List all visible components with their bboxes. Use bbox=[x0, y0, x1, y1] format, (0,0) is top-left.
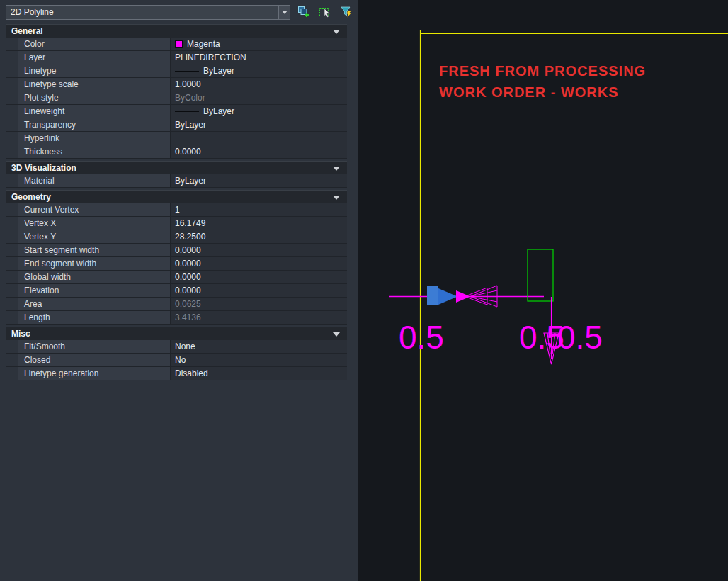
prop-row-layer: Layer PLINEDIRECTION bbox=[6, 51, 347, 64]
prop-value-text: Magenta bbox=[187, 39, 220, 49]
object-type-value: 2D Polyline bbox=[6, 7, 278, 17]
quick-select-icon bbox=[340, 6, 353, 18]
prop-label: Hyperlink bbox=[18, 132, 170, 145]
vertex-grip[interactable] bbox=[427, 286, 438, 305]
dim-text-0[interactable]: 0.5 bbox=[399, 319, 444, 356]
prop-label: Fit/Smooth bbox=[18, 340, 170, 353]
collapse-chevron-icon[interactable] bbox=[333, 167, 340, 171]
select-objects-button[interactable] bbox=[317, 5, 333, 19]
prop-value-transparency[interactable]: ByLayer bbox=[170, 118, 347, 131]
prop-row-area: Area 0.0625 bbox=[6, 298, 347, 311]
prop-row-elevation: Elevation 0.0000 bbox=[6, 284, 347, 298]
prop-value-lineweight[interactable]: ByLayer bbox=[170, 105, 347, 118]
row-gutter bbox=[6, 284, 18, 297]
section-title: General bbox=[11, 26, 43, 36]
toggle-pickadd-icon bbox=[297, 6, 310, 18]
prop-label: Start segment width bbox=[18, 244, 170, 256]
prop-value-color[interactable]: Magenta bbox=[170, 38, 347, 50]
row-gutter bbox=[6, 91, 18, 104]
prop-row-linetype-generation: Linetype generation Disabled bbox=[6, 367, 347, 380]
prop-label: Material bbox=[18, 174, 170, 187]
row-gutter bbox=[6, 145, 18, 158]
prop-value-area: 0.0625 bbox=[170, 298, 347, 310]
prop-value-vertex-x[interactable]: 16.1749 bbox=[170, 217, 347, 230]
prop-value-end-segment-width[interactable]: 0.0000 bbox=[170, 257, 347, 270]
annotation-text-line1[interactable]: FRESH FROM PROCESSING bbox=[439, 63, 646, 79]
prop-value-linetype-generation[interactable]: Disabled bbox=[170, 367, 347, 380]
prop-value-fit-smooth[interactable]: None bbox=[170, 340, 347, 353]
prop-row-fit-smooth: Fit/Smooth None bbox=[6, 340, 347, 354]
prop-value-plot-style: ByColor bbox=[170, 91, 347, 104]
quick-select-button[interactable] bbox=[339, 5, 354, 19]
prop-row-current-vertex: Current Vertex 1 bbox=[6, 203, 347, 217]
section-header-general[interactable]: General bbox=[6, 24, 347, 38]
prop-label: End segment width bbox=[18, 257, 170, 270]
row-gutter bbox=[6, 311, 18, 324]
prop-value-length: 3.4136 bbox=[170, 311, 347, 324]
section-header-geometry[interactable]: Geometry bbox=[6, 190, 347, 203]
prop-row-linetype: Linetype ByLayer bbox=[6, 64, 347, 78]
row-gutter bbox=[6, 271, 18, 283]
prop-label: Global width bbox=[18, 271, 170, 283]
color-swatch bbox=[175, 40, 183, 48]
prop-value-vertex-y[interactable]: 28.2500 bbox=[170, 230, 347, 243]
collapse-chevron-icon[interactable] bbox=[333, 332, 340, 337]
row-gutter bbox=[6, 174, 18, 187]
annotation-text-line2[interactable]: WORK ORDER - WORKS bbox=[439, 84, 619, 100]
row-gutter bbox=[6, 64, 18, 77]
prop-row-hyperlink: Hyperlink bbox=[6, 132, 347, 145]
prop-value-closed[interactable]: No bbox=[170, 354, 347, 366]
prop-label: Lineweight bbox=[18, 105, 170, 118]
row-gutter bbox=[6, 203, 18, 216]
row-gutter bbox=[6, 38, 18, 50]
row-gutter bbox=[6, 51, 18, 64]
object-type-dropdown[interactable]: 2D Polyline bbox=[6, 5, 290, 20]
row-gutter bbox=[6, 367, 18, 380]
palette-topbar: 2D Polyline bbox=[0, 0, 358, 24]
prop-row-material: Material ByLayer bbox=[6, 174, 347, 188]
lineweight-sample bbox=[175, 111, 199, 112]
prop-row-vertex-y: Vertex Y 28.2500 bbox=[6, 230, 347, 244]
prop-row-closed: Closed No bbox=[6, 354, 347, 367]
prop-label: Elevation bbox=[18, 284, 170, 297]
prop-value-material[interactable]: ByLayer bbox=[170, 174, 347, 187]
collapse-chevron-icon[interactable] bbox=[333, 196, 340, 200]
collapse-chevron-icon[interactable] bbox=[333, 30, 340, 34]
prop-value-layer[interactable]: PLINEDIRECTION bbox=[170, 51, 347, 64]
direction-arrow-magenta[interactable] bbox=[456, 290, 470, 303]
prop-row-start-segment-width: Start segment width 0.0000 bbox=[6, 244, 347, 257]
prop-row-length: Length 3.4136 bbox=[6, 311, 347, 325]
prop-value-start-segment-width[interactable]: 0.0000 bbox=[170, 244, 347, 256]
properties-palette: 2D Polyline bbox=[0, 0, 358, 581]
prop-label: Transparency bbox=[18, 118, 170, 131]
row-gutter bbox=[6, 230, 18, 243]
prop-value-elevation[interactable]: 0.0000 bbox=[170, 284, 347, 297]
green-rectangle[interactable] bbox=[528, 249, 553, 301]
row-gutter bbox=[6, 298, 18, 310]
prop-label: Plot style bbox=[18, 91, 170, 104]
prop-value-global-width[interactable]: 0.0000 bbox=[170, 271, 347, 283]
section-header-3d-visualization[interactable]: 3D Visualization bbox=[6, 161, 347, 174]
prop-value-current-vertex[interactable]: 1 bbox=[170, 203, 347, 216]
row-gutter bbox=[6, 132, 18, 145]
prop-value-linetype-scale[interactable]: 1.0000 bbox=[170, 78, 347, 91]
toggle-pickadd-button[interactable] bbox=[296, 5, 312, 19]
section-header-misc[interactable]: Misc bbox=[6, 327, 347, 340]
prop-row-linetype-scale: Linetype scale 1.0000 bbox=[6, 78, 347, 91]
prop-value-thickness[interactable]: 0.0000 bbox=[170, 145, 347, 158]
prop-value-hyperlink[interactable] bbox=[170, 132, 347, 145]
drawing-canvas[interactable]: FRESH FROM PROCESSING WORK ORDER - WORKS… bbox=[358, 0, 728, 581]
prop-row-global-width: Global width 0.0000 bbox=[6, 271, 347, 284]
prop-value-linetype[interactable]: ByLayer bbox=[170, 64, 347, 77]
prop-label: Vertex X bbox=[18, 217, 170, 230]
dropdown-arrow-button[interactable] bbox=[278, 6, 290, 19]
prop-label: Length bbox=[18, 311, 170, 324]
row-gutter bbox=[6, 257, 18, 270]
dim-text-2[interactable]: 0.5 bbox=[557, 319, 603, 356]
direction-arrow-blue[interactable] bbox=[438, 288, 457, 305]
prop-label: Linetype scale bbox=[18, 78, 170, 91]
section-title: 3D Visualization bbox=[11, 163, 76, 173]
row-gutter bbox=[6, 217, 18, 230]
prop-label: Vertex Y bbox=[18, 230, 170, 243]
prop-label: Current Vertex bbox=[18, 203, 170, 216]
